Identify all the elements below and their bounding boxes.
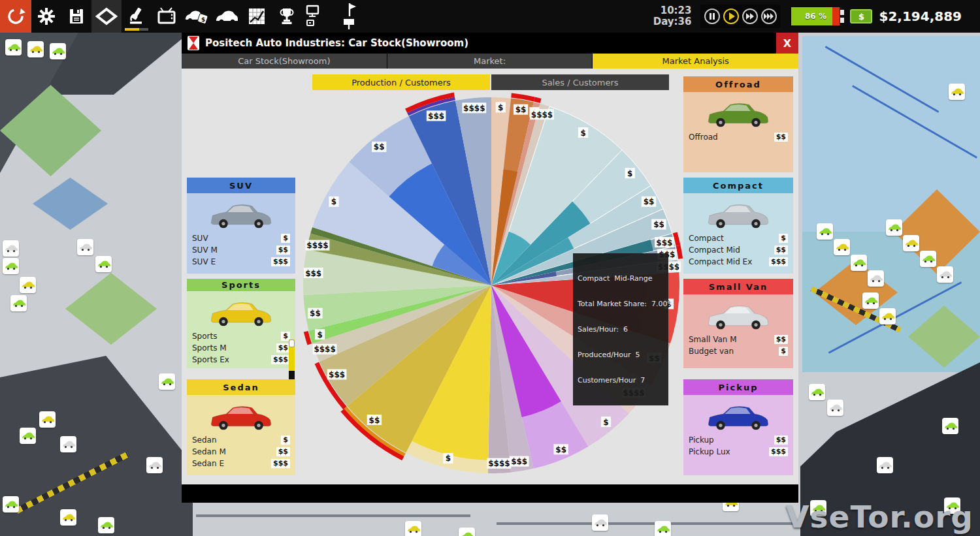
research-button[interactable] (122, 0, 152, 33)
vehicle-marker (95, 256, 112, 272)
car-type-panel-sedan: Sedan Sedan$Sedan M$$Sedan E$$$ (187, 379, 295, 475)
marketing-button[interactable] (152, 0, 182, 33)
vehicle-marker (98, 517, 114, 533)
view-mode-button[interactable] (91, 0, 122, 33)
model-label: Small Van M (689, 335, 737, 344)
panel-body: Compact$Compact Mid$$Compact Mid Ex$$$ (683, 193, 793, 274)
circular-arrow-icon (5, 6, 26, 27)
model-label: Sports M (192, 343, 227, 353)
vehicle-marker (10, 295, 27, 311)
model-row[interactable]: Sedan$ (192, 434, 290, 445)
market-analysis-content: Production / Customers Sales / Customers… (182, 69, 798, 484)
panel-body: Sports$Sports M$$Sports Ex$$$ (187, 291, 295, 368)
car-price-tag-icon: $ (184, 7, 209, 26)
panel-header: Pickup (683, 379, 793, 395)
vehicle-marker (3, 258, 19, 274)
expense-battery-gauge: 86 % (790, 6, 841, 27)
model-row[interactable]: Sedan E$$$ (192, 458, 290, 469)
model-row[interactable]: SUV$ (192, 232, 290, 244)
car-sales-button[interactable]: $ (182, 0, 212, 33)
vehicle-marker (405, 521, 421, 536)
car-type-panel-pickup: Pickup Pickup$$Pickup Lux$$$ (683, 379, 793, 475)
model-row[interactable]: Compact Mid Ex$$$ (689, 256, 788, 267)
model-row[interactable]: Budget van$ (689, 345, 788, 356)
vehicle-marker (3, 240, 19, 257)
topbar-status: 10:23 Day:36 (653, 5, 980, 28)
model-row[interactable]: SUV E$$$ (192, 256, 290, 267)
day-label: Day:36 (653, 16, 692, 27)
battery-percent-label: 86 % (791, 7, 840, 25)
model-row[interactable]: Offroad$$ (689, 131, 788, 142)
panel-header: Sports (187, 279, 295, 291)
window-tabs: Car Stock(Showroom) Market: Market Analy… (182, 54, 798, 69)
price-tier-badge: $$$ (769, 447, 788, 456)
model-row[interactable]: Compact Mid$$ (689, 244, 788, 255)
tooltip-line: Sales/Hour: 6 (578, 325, 664, 334)
chart-icon (247, 7, 267, 26)
car-icon (214, 7, 239, 26)
vehicle-marker (937, 266, 953, 283)
tab-car-stock[interactable]: Car Stock(Showroom) (182, 54, 387, 69)
vehicle-marker (817, 223, 833, 240)
achievements-button[interactable] (272, 0, 302, 33)
model-row[interactable]: Pickup Lux$$$ (689, 446, 788, 457)
diamond-icon (95, 7, 118, 26)
market-analysis-window: Positech Auto Industries: Car Stock(Show… (182, 33, 798, 503)
money-display: $ $2,194,889 (850, 8, 962, 24)
model-row[interactable]: SUV M$$ (192, 244, 290, 255)
price-tier-badge: $$$ (271, 355, 290, 364)
showroom-button[interactable] (212, 0, 242, 33)
panel-scrollbar[interactable] (289, 339, 295, 381)
vehicle-marker (877, 457, 893, 473)
model-row[interactable]: Pickup$$ (689, 434, 788, 445)
panel-body: Small Van M$$Budget van$ (683, 294, 793, 368)
car-image (704, 298, 772, 331)
svg-text:$: $ (201, 16, 205, 23)
flag-icon (337, 2, 357, 31)
close-button[interactable]: X (776, 33, 798, 54)
stats-button[interactable] (242, 0, 272, 33)
play-button[interactable] (722, 7, 740, 25)
car-type-panel-compact: Compact Compact$Compact Mid$$Compact Mid… (683, 178, 793, 274)
factory-zone (497, 522, 797, 525)
model-row[interactable]: Compact$ (689, 232, 788, 244)
fastest-forward-button[interactable] (760, 7, 778, 25)
tooltip-line: Produced/Hour 5 (578, 351, 664, 359)
microscope-icon (127, 7, 146, 25)
save-button[interactable] (61, 0, 91, 33)
window-title: Positech Auto Industries: Car Stock(Show… (205, 37, 468, 49)
vehicle-marker (146, 457, 163, 473)
tab-market[interactable]: Market: (387, 54, 593, 69)
vehicle-marker (942, 418, 958, 434)
subtab-production-customers[interactable]: Production / Customers (312, 74, 490, 90)
tooltip-line: Customers/Hour 7 (578, 376, 664, 385)
model-row[interactable]: Sports$ (192, 330, 290, 341)
signs-button[interactable] (332, 0, 362, 33)
settings-button[interactable] (31, 0, 61, 33)
model-row[interactable]: Sports M$$ (192, 342, 290, 353)
vehicle-marker (20, 277, 36, 293)
vehicle-marker (27, 41, 44, 57)
vehicle-marker (879, 308, 896, 324)
vehicle-marker (159, 373, 175, 390)
money-amount: $2,194,889 (879, 8, 962, 24)
price-tier-badge: $$ (276, 245, 290, 255)
tab-market-analysis[interactable]: Market Analysis (593, 54, 798, 69)
fast-forward-button[interactable] (741, 7, 759, 25)
model-row[interactable]: Sports Ex$$$ (192, 354, 290, 365)
panel-body: SUV$SUV M$$SUV E$$$ (187, 193, 295, 274)
model-label: SUV E (192, 257, 216, 266)
vehicle-marker (592, 514, 608, 531)
panel-header: Offroad (683, 76, 793, 92)
segment-tooltip: Compact Mid-Range Total Market Share: 7.… (573, 253, 668, 405)
pause-button[interactable] (703, 7, 721, 25)
subtab-sales-customers[interactable]: Sales / Customers (491, 74, 669, 90)
home-logo-button[interactable] (0, 0, 31, 33)
clock: 10:23 Day:36 (653, 5, 692, 27)
car-type-panel-small-van: Small Van Small Van M$$Budget van$ (683, 279, 793, 368)
displays-button[interactable] (302, 0, 332, 33)
model-row[interactable]: Sedan M$$ (192, 446, 290, 457)
car-image (207, 399, 275, 432)
model-row[interactable]: Small Van M$$ (689, 334, 788, 345)
vehicle-marker (39, 411, 56, 428)
